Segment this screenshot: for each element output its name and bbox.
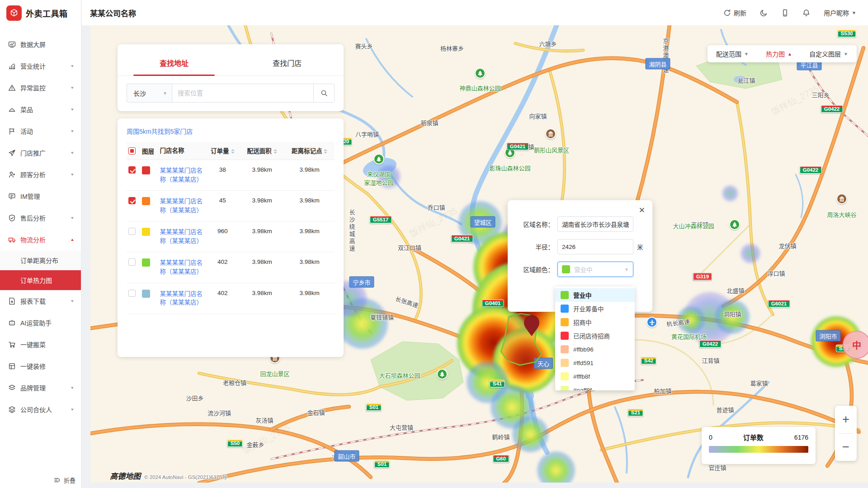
column-distance[interactable]: 距离标记点 (284, 146, 335, 155)
region-name-label: 区域名称： (518, 220, 554, 229)
sidebar-item-7[interactable]: IM管理 (0, 185, 81, 207)
town-label: 流沙河镇 (208, 408, 231, 417)
sidebar-item-1[interactable]: 营业统计▼ (0, 55, 81, 77)
column-area[interactable]: 配送面积 (240, 146, 284, 155)
tab-find-store[interactable]: 查找门店 (231, 44, 344, 75)
store-name-link[interactable]: 某某某某门店名称（某某某店） (160, 290, 205, 307)
store-checkbox[interactable] (128, 166, 136, 174)
city-label[interactable]: 天心 (534, 358, 553, 369)
sidebar-item-4[interactable]: 活动▼ (0, 120, 81, 142)
user-menu[interactable]: 用户昵称 ▼ (824, 8, 856, 17)
sidebar-subitem-9-0[interactable]: 订单距离分布 (0, 250, 81, 270)
sidebar-item-8[interactable]: 售后分析▼ (0, 207, 81, 229)
sidebar-item-label: 异常监控 (20, 83, 70, 92)
color-option-0[interactable]: 营业中 (555, 288, 635, 302)
region-name-input[interactable] (557, 216, 633, 232)
sidebar-item-label: 一键装修 (20, 361, 75, 371)
sidebar-item-11[interactable]: AI运营助手 (0, 312, 81, 333)
select-all-checkbox[interactable] (128, 147, 136, 155)
sidebar-item-2[interactable]: 异常监控▼ (0, 77, 81, 99)
color-option-label: #eaff8f (573, 387, 592, 391)
zoom-in-button[interactable]: + (835, 406, 857, 433)
store-checkbox[interactable] (128, 197, 136, 204)
color-option-4[interactable]: #ffbb96 (555, 343, 635, 356)
airport-icon (646, 317, 657, 328)
page-title: 某某公司名称 (90, 7, 136, 19)
store-list-panel: 周围5km共找到5家门店 图层 门店名称 订单量 配送面积 距离标记点 某某某某… (118, 118, 344, 357)
town-label: 普迹镇 (716, 405, 734, 414)
chevron-down-icon: ▼ (744, 52, 749, 56)
sidebar-item-0[interactable]: 数据大屏 (0, 33, 81, 55)
control-heatmap[interactable]: 热力图 ▲ (766, 49, 792, 58)
sidebar-subitem-9-1[interactable]: 订单热力图 (0, 270, 81, 290)
color-option-label: 开业筹备中 (573, 304, 604, 313)
sidebar-item-label: 一键搬菜 (20, 340, 75, 349)
city-label[interactable]: 望城区 (470, 216, 495, 228)
store-name-link[interactable]: 某某某某门店名称（某某某店） (160, 258, 205, 276)
sidebar-item-6[interactable]: 顾客分析▼ (0, 164, 81, 185)
color-option-3[interactable]: 已闭店待招商 (555, 329, 635, 343)
store-name-link[interactable]: 某某某某门店名称（某某某店） (160, 166, 205, 184)
city-label[interactable]: 湘阴县 (645, 58, 670, 70)
road-badge-S01: S01 (374, 460, 390, 468)
control-custom-layer[interactable]: 自定义图层 ▼ (809, 49, 848, 58)
town-label: 老粮仓镇 (223, 378, 246, 387)
sidebar-item-5[interactable]: 门店推广▼ (0, 142, 81, 164)
mobile-view-button[interactable] (781, 9, 789, 17)
sidebar-item-label: 顾客分析 (20, 170, 70, 179)
close-icon[interactable]: ✕ (639, 206, 645, 215)
ai-icon (8, 319, 16, 327)
cluster-marker[interactable]: 中 (843, 331, 868, 359)
notifications-button[interactable] (802, 9, 810, 17)
radius-input[interactable] (557, 239, 633, 254)
road-badge-G5517: G5517 (370, 216, 392, 224)
store-area-value: 3.98km (240, 166, 284, 173)
collapse-button[interactable]: 折叠 (54, 476, 75, 484)
color-option-1[interactable]: 开业筹备中 (555, 302, 635, 315)
chevron-down-icon: ▼ (852, 10, 856, 15)
refresh-button[interactable]: 刷新 (723, 8, 746, 17)
sidebar-item-9[interactable]: 物流分析▲ (0, 229, 81, 250)
city-label[interactable]: 浏阳市 (816, 330, 840, 342)
store-table-header: 图层 门店名称 订单量 配送面积 距离标记点 (127, 142, 335, 160)
city-label[interactable]: 韶山市 (334, 450, 359, 462)
store-checkbox[interactable] (128, 258, 136, 266)
search-button[interactable] (314, 84, 335, 103)
region-color-select[interactable]: 营业中 ▼ (557, 262, 633, 277)
map-canvas[interactable]: 赛头乡杨林寨乡六塘乡新泉镇八字哨镇乔口镇川山坪镇向家镇开慧镇瓮江镇三阳乡高桥镇龙… (90, 25, 868, 483)
poi-label: 大山冲森林公园 (673, 221, 714, 230)
city-select[interactable]: 长沙 ▼ (127, 84, 172, 103)
chevron-down-icon: ▼ (70, 151, 75, 155)
color-option-7[interactable]: #eaff8f (555, 383, 635, 390)
collapse-label: 折叠 (64, 476, 75, 484)
sidebar-item-15[interactable]: 公司合伙人▼ (0, 399, 81, 420)
tab-find-address[interactable]: 查找地址 (118, 44, 231, 75)
control-delivery-range[interactable]: 配送范围 ▼ (716, 49, 749, 58)
color-option-2[interactable]: 招商中 (555, 315, 635, 329)
sidebar-item-14[interactable]: 品牌管理▼ (0, 377, 81, 399)
search-input[interactable] (172, 84, 314, 103)
store-checkbox[interactable] (128, 290, 136, 297)
store-row-checkbox-cell (127, 197, 142, 204)
store-name-link[interactable]: 某某某某门店名称（某某某店） (160, 197, 205, 215)
color-option-5[interactable]: #ffd591 (555, 356, 635, 370)
color-option-6[interactable]: #fffb8f (555, 370, 635, 383)
sidebar-item-10[interactable]: 报表下载▼ (0, 290, 81, 312)
sidebar-item-label: AI运营助手 (20, 318, 75, 327)
store-distance-value: 3.98km (284, 166, 335, 173)
column-orders[interactable]: 订单量 (206, 146, 240, 155)
sidebar-subitem-label: 订单热力图 (20, 276, 52, 285)
sidebar-item-13[interactable]: 一键装修 (0, 355, 81, 377)
store-summary-link[interactable]: 周围5km共找到5家门店 (127, 127, 335, 136)
zoom-out-button[interactable]: − (835, 434, 857, 461)
layer-swatch-cell (142, 228, 160, 237)
town-label: 官庄镇 (708, 463, 726, 472)
store-checkbox[interactable] (128, 228, 136, 235)
town-label: 江背镇 (702, 356, 719, 365)
sidebar-item-3[interactable]: 菜品▼ (0, 99, 81, 120)
town-label: 双江口镇 (398, 243, 421, 252)
store-name-link[interactable]: 某某某某门店名称（某某某店） (160, 228, 205, 245)
city-label[interactable]: 宁乡市 (349, 277, 374, 288)
sidebar-item-12[interactable]: 一键搬菜 (0, 333, 81, 355)
dark-mode-button[interactable] (760, 9, 768, 17)
